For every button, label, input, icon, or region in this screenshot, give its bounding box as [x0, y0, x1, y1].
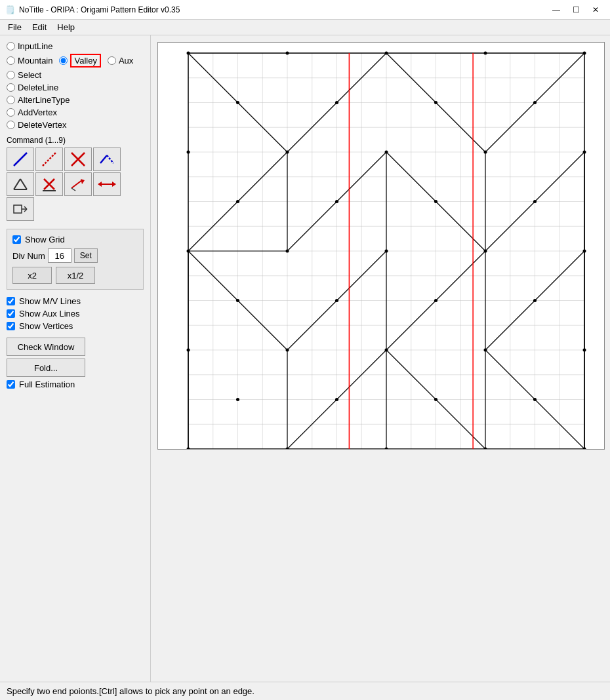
- titlebar-title: 🗒️ NoTitle - ORIPA : Origami Pattern Edi…: [5, 5, 180, 14]
- show-mv-lines-row: Show M/V Lines: [7, 296, 144, 306]
- x1half-button[interactable]: x1/2: [56, 267, 95, 284]
- command-grid: [7, 147, 144, 196]
- radio-valley-label[interactable]: Valley: [70, 54, 100, 68]
- menu-edit[interactable]: Edit: [27, 21, 52, 33]
- full-estimation-row: Full Estimation: [7, 379, 144, 389]
- scale-row: x2 x1/2: [12, 267, 138, 284]
- cmd-btn-7[interactable]: [64, 172, 92, 196]
- radio-select-label[interactable]: Select: [18, 70, 41, 80]
- maximize-button[interactable]: ☐: [567, 3, 585, 17]
- titlebar: 🗒️ NoTitle - ORIPA : Origami Pattern Edi…: [0, 0, 610, 20]
- canvas-area[interactable]: [151, 35, 610, 682]
- action-section: Check Window Fold... Full Estimation: [7, 338, 144, 389]
- svg-line-1: [43, 153, 56, 166]
- show-grid-label[interactable]: Show Grid: [25, 235, 65, 244]
- titlebar-controls: — ☐ ✕: [547, 3, 605, 17]
- full-estimation-label[interactable]: Full Estimation: [19, 379, 75, 389]
- radio-addvertex-input[interactable]: [7, 108, 15, 117]
- radio-addvertex[interactable]: AddVertex: [7, 107, 144, 118]
- divnum-row: Div Num Set: [12, 248, 138, 263]
- radio-inputline-input[interactable]: [7, 42, 15, 50]
- radio-deleteline[interactable]: DeleteLine: [7, 82, 144, 93]
- show-aux-lines-row: Show Aux Lines: [7, 309, 144, 319]
- x2-button[interactable]: x2: [12, 267, 52, 284]
- svg-line-5: [107, 155, 113, 163]
- cmd-btn-extra[interactable]: [7, 197, 34, 221]
- radio-inputline-label[interactable]: InputLine: [18, 41, 53, 51]
- svg-line-0: [14, 153, 27, 166]
- menu-help[interactable]: Help: [52, 21, 80, 33]
- radio-deletevertex-label[interactable]: DeleteVertex: [18, 120, 66, 130]
- svg-line-6: [14, 179, 20, 189]
- show-mv-lines-checkbox[interactable]: [7, 297, 15, 305]
- radio-deletevertex[interactable]: DeleteVertex: [7, 119, 144, 130]
- radio-deletevertex-input[interactable]: [7, 121, 15, 129]
- show-mv-lines-label[interactable]: Show M/V Lines: [19, 296, 81, 306]
- fold-button[interactable]: Fold...: [7, 359, 85, 377]
- show-options: Show M/V Lines Show Aux Lines Show Verti…: [7, 296, 144, 331]
- radio-deleteline-label[interactable]: DeleteLine: [18, 83, 58, 92]
- set-button[interactable]: Set: [74, 248, 98, 263]
- origami-canvas[interactable]: [157, 42, 605, 450]
- cmd-btn-2[interactable]: [35, 147, 63, 171]
- grid-section: Show Grid Div Num Set x2 x1/2: [7, 229, 144, 290]
- svg-marker-16: [112, 182, 116, 187]
- radio-mountain-input[interactable]: [7, 56, 15, 65]
- extra-btn-row: [7, 197, 144, 221]
- cmd-btn-3[interactable]: [64, 147, 92, 171]
- check-window-button[interactable]: Check Window: [7, 338, 85, 356]
- valley-highlight: Valley: [70, 54, 100, 68]
- cmd-btn-4[interactable]: [93, 147, 121, 171]
- radio-linetype-row: Mountain Valley Aux: [7, 53, 144, 68]
- cmd-btn-1[interactable]: [7, 147, 34, 171]
- show-aux-lines-checkbox[interactable]: [7, 309, 15, 318]
- radio-alterlinetype[interactable]: AlterLineType: [7, 94, 144, 106]
- show-vertices-row: Show Vertices: [7, 321, 144, 331]
- show-aux-lines-label[interactable]: Show Aux Lines: [19, 309, 80, 319]
- full-estimation-checkbox[interactable]: [7, 380, 15, 389]
- app-icon: 🗒️: [5, 5, 15, 14]
- radio-deleteline-input[interactable]: [7, 83, 15, 92]
- divnum-label: Div Num: [12, 251, 45, 261]
- svg-line-7: [20, 179, 27, 189]
- cmd-btn-8[interactable]: [93, 172, 121, 196]
- radio-alterlinetype-input[interactable]: [7, 96, 15, 104]
- radio-select[interactable]: Select: [7, 69, 144, 81]
- menu-file[interactable]: File: [3, 21, 27, 33]
- radio-addvertex-label[interactable]: AddVertex: [18, 107, 57, 117]
- menubar: File Edit Help: [0, 20, 610, 35]
- divnum-input[interactable]: [48, 248, 71, 263]
- main-area: InputLine Mountain Valley Aux Select: [0, 35, 610, 682]
- radio-alterlinetype-label[interactable]: AlterLineType: [18, 95, 70, 105]
- title-text: NoTitle - ORIPA : Origami Pattern Editor…: [19, 5, 180, 14]
- show-grid-row: Show Grid: [12, 235, 138, 244]
- statusbar: Specify two end poionts.[Ctrl] allows to…: [0, 682, 610, 700]
- svg-line-4: [100, 155, 107, 163]
- command-section: Command (1...9): [7, 136, 144, 221]
- radio-aux-label[interactable]: Aux: [119, 56, 133, 66]
- svg-rect-18: [14, 205, 22, 213]
- status-text: Specify two end poionts.[Ctrl] allows to…: [7, 686, 254, 696]
- radio-mountain-label[interactable]: Mountain: [18, 56, 52, 66]
- show-vertices-checkbox[interactable]: [7, 322, 15, 330]
- radio-inputline[interactable]: InputLine: [7, 41, 144, 52]
- radio-aux-input[interactable]: [108, 56, 116, 65]
- svg-marker-17: [98, 182, 102, 187]
- radio-select-input[interactable]: [7, 71, 15, 79]
- show-vertices-label[interactable]: Show Vertices: [19, 321, 73, 331]
- svg-line-14: [71, 188, 75, 191]
- cmd-btn-5[interactable]: [7, 172, 34, 196]
- sidebar: InputLine Mountain Valley Aux Select: [0, 35, 151, 682]
- svg-line-12: [71, 180, 82, 188]
- close-button[interactable]: ✕: [586, 3, 605, 17]
- radio-valley-input[interactable]: [59, 56, 68, 65]
- show-grid-checkbox[interactable]: [12, 235, 21, 244]
- cmd-btn-6[interactable]: [35, 172, 63, 196]
- command-label: Command (1...9): [7, 136, 144, 145]
- minimize-button[interactable]: —: [547, 3, 565, 17]
